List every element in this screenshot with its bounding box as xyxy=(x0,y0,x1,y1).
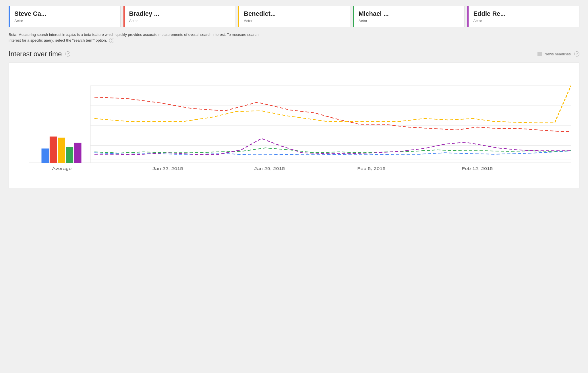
beta-italic-topics: topics xyxy=(66,32,76,37)
chart-svg: Average Jan 22, 2015 Jan 29, 2015 Feb 5,… xyxy=(9,69,579,177)
actor-card-michael[interactable]: Michael ... Actor xyxy=(353,6,465,27)
card-name-benedict: Benedict... xyxy=(244,10,345,18)
actor-card-eddie[interactable]: Eddie Re... Actor xyxy=(467,6,579,27)
svg-rect-9 xyxy=(66,147,74,163)
card-type-benedict: Actor xyxy=(244,19,345,23)
card-name-eddie: Eddie Re... xyxy=(473,10,575,18)
news-help-icon[interactable]: ? xyxy=(574,51,579,57)
chart-area: Average Jan 22, 2015 Jan 29, 2015 Feb 5,… xyxy=(9,69,579,177)
interest-header: Interest over time ? News headlines ? xyxy=(9,50,579,58)
card-name-michael: Michael ... xyxy=(359,10,460,18)
actor-card-bradley[interactable]: Bradley ... Actor xyxy=(123,6,235,27)
card-name-steve: Steve Ca... xyxy=(14,10,116,18)
news-headlines-label: News headlines xyxy=(544,52,571,56)
chart-container: Average Jan 22, 2015 Jan 29, 2015 Feb 5,… xyxy=(9,63,579,189)
beta-help-icon[interactable]: ? xyxy=(109,38,114,43)
actor-card-benedict[interactable]: Benedict... Actor xyxy=(238,6,350,27)
page-wrapper: Steve Ca... Actor Bradley ... Actor Bene… xyxy=(0,0,588,195)
svg-text:Average: Average xyxy=(52,167,71,171)
interest-title-text: Interest over time xyxy=(9,50,62,58)
beta-notice: Beta: Measuring search interest in topic… xyxy=(9,32,267,43)
beta-italic-query: query xyxy=(44,38,53,42)
card-type-steve: Actor xyxy=(14,19,116,23)
interest-help-icon[interactable]: ? xyxy=(65,51,70,57)
svg-text:Jan 29, 2015: Jan 29, 2015 xyxy=(254,167,285,171)
svg-text:Jan 22, 2015: Jan 22, 2015 xyxy=(152,167,183,171)
svg-text:Feb 5, 2015: Feb 5, 2015 xyxy=(357,167,385,171)
svg-rect-8 xyxy=(58,138,65,163)
card-type-eddie: Actor xyxy=(473,19,575,23)
svg-text:Feb 12, 2015: Feb 12, 2015 xyxy=(462,167,493,171)
actor-cards: Steve Ca... Actor Bradley ... Actor Bene… xyxy=(9,6,579,27)
svg-rect-7 xyxy=(50,137,57,163)
interest-title: Interest over time ? xyxy=(9,50,70,58)
news-headlines-checkbox[interactable] xyxy=(537,52,542,56)
news-headlines-control: News headlines ? xyxy=(537,51,579,57)
card-type-bradley: Actor xyxy=(129,19,231,23)
card-name-bradley: Bradley ... xyxy=(129,10,231,18)
svg-rect-10 xyxy=(74,143,82,163)
card-type-michael: Actor xyxy=(359,19,460,23)
actor-card-steve[interactable]: Steve Ca... Actor xyxy=(9,6,121,27)
svg-rect-6 xyxy=(41,149,49,163)
